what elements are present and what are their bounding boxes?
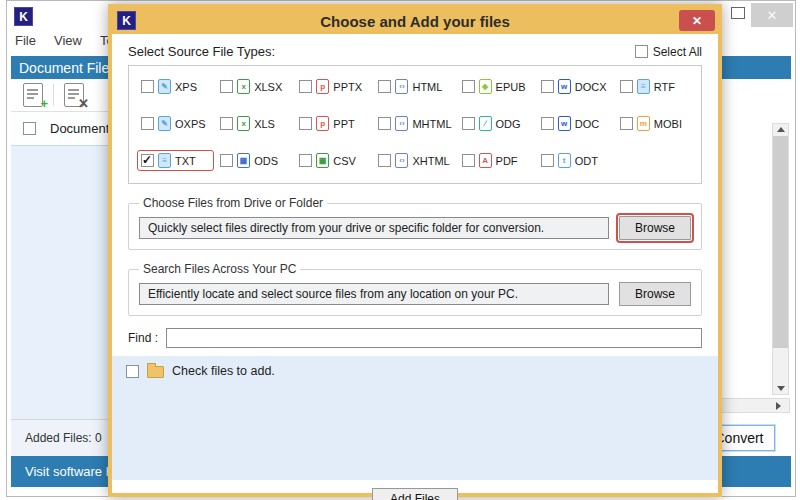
file-type-xhtml[interactable]: ‹› XHTML xyxy=(374,150,455,171)
select-all-documents-checkbox[interactable] xyxy=(23,122,36,135)
file-type-mhtml[interactable]: ‹› MHTML xyxy=(374,113,455,134)
select-source-label: Select Source File Types: xyxy=(128,44,275,59)
scroll-down-icon[interactable] xyxy=(777,386,785,391)
find-label: Find : xyxy=(128,331,158,345)
file-type-checkbox[interactable] xyxy=(620,117,633,130)
file-type-icon: ✎ xyxy=(158,116,171,131)
file-type-icon: w xyxy=(558,116,571,131)
file-type-pptx[interactable]: p PPTX xyxy=(295,76,372,97)
file-type-csv[interactable]: ▦ CSV xyxy=(295,150,372,171)
browse-search-button[interactable]: Browse xyxy=(619,282,691,306)
file-type-ppt[interactable]: p PPT xyxy=(295,113,372,134)
add-files-button[interactable]: Add Files xyxy=(372,488,458,500)
file-type-icon: ∕ xyxy=(479,116,492,131)
file-type-checkbox[interactable] xyxy=(462,154,475,167)
menu-view[interactable]: View xyxy=(52,31,84,50)
file-type-icon: ▦ xyxy=(316,153,329,168)
file-type-checkbox[interactable] xyxy=(378,80,391,93)
file-type-ods[interactable]: ▦ ODS xyxy=(216,150,293,171)
file-type-checkbox[interactable] xyxy=(220,154,233,167)
file-type-icon: A xyxy=(479,153,492,168)
file-type-icon: x xyxy=(237,116,250,131)
select-all-checkbox[interactable] xyxy=(635,45,648,58)
file-type-icon: ‹› xyxy=(395,153,408,168)
file-type-checkbox[interactable] xyxy=(462,117,475,130)
file-type-checkbox[interactable] xyxy=(220,117,233,130)
drive-folder-group: Choose Files from Drive or Folder Quickl… xyxy=(128,196,702,250)
restore-window-icon[interactable] xyxy=(731,7,745,19)
drive-folder-description: Quickly select files directly from your … xyxy=(139,217,609,239)
check-files-label: Check files to add. xyxy=(172,364,275,378)
file-type-checkbox[interactable] xyxy=(378,117,391,130)
file-type-icon: ≡ xyxy=(637,79,650,94)
file-type-checkbox[interactable] xyxy=(141,154,154,167)
file-type-icon: ✎ xyxy=(158,79,171,94)
file-type-docx[interactable]: w DOCX xyxy=(537,76,614,97)
file-type-icon: p xyxy=(316,79,329,94)
file-type-checkbox[interactable] xyxy=(299,117,312,130)
vertical-scrollbar[interactable] xyxy=(772,123,789,395)
menu-file[interactable]: File xyxy=(13,31,38,50)
file-type-odg[interactable]: ∕ ODG xyxy=(458,113,535,134)
scroll-up-icon[interactable] xyxy=(777,127,785,132)
file-type-checkbox[interactable] xyxy=(141,117,154,130)
folder-icon xyxy=(147,366,164,378)
file-type-xps[interactable]: ✎ XPS xyxy=(137,76,214,97)
file-type-html[interactable]: ‹› HTML xyxy=(374,76,455,97)
scrollbar-thumb[interactable] xyxy=(773,136,788,348)
choose-files-dialog: K Choose and Add your files ✕ Select Sou… xyxy=(108,4,722,497)
add-file-icon[interactable]: + xyxy=(23,83,43,107)
files-to-add-area: Check files to add. xyxy=(112,356,718,480)
browse-drive-button[interactable]: Browse xyxy=(619,216,691,240)
file-type-checkbox[interactable] xyxy=(541,154,554,167)
drive-folder-legend: Choose Files from Drive or Folder xyxy=(139,196,327,210)
select-all-option[interactable]: Select All xyxy=(635,45,702,59)
file-type-xlsx[interactable]: x XLSX xyxy=(216,76,293,97)
find-input[interactable] xyxy=(166,328,702,348)
dialog-logo: K xyxy=(117,11,136,30)
file-type-txt[interactable]: ≡ TXT xyxy=(137,150,214,171)
search-pc-description: Efficiently locate and select source fil… xyxy=(139,283,609,305)
close-icon: ✕ xyxy=(692,14,702,28)
file-type-checkbox[interactable] xyxy=(141,80,154,93)
file-type-icon: ‹› xyxy=(395,116,408,131)
search-pc-legend: Search Files Across Your PC xyxy=(139,262,300,276)
file-type-checkbox[interactable] xyxy=(541,117,554,130)
close-icon: ✕ xyxy=(767,8,778,23)
file-type-icon: ▦ xyxy=(237,153,250,168)
file-type-doc[interactable]: w DOC xyxy=(537,113,614,134)
file-type-icon: p xyxy=(316,116,329,131)
file-type-rtf[interactable]: ≡ RTF xyxy=(616,76,693,97)
check-files-option[interactable]: Check files to add. xyxy=(126,364,704,378)
file-type-checkbox[interactable] xyxy=(378,154,391,167)
file-type-icon: ‹› xyxy=(395,79,408,94)
horizontal-scrollbar[interactable] xyxy=(717,398,790,413)
check-files-checkbox[interactable] xyxy=(126,365,139,378)
file-type-icon: m xyxy=(637,116,650,131)
file-type-checkbox[interactable] xyxy=(299,80,312,93)
select-all-label: Select All xyxy=(653,45,702,59)
file-type-checkbox[interactable] xyxy=(462,80,475,93)
remove-file-icon[interactable]: ✕ xyxy=(64,83,84,107)
file-type-icon: ◈ xyxy=(479,79,492,94)
file-type-oxps[interactable]: ✎ OXPS xyxy=(137,113,214,134)
app-logo: K xyxy=(14,7,33,26)
file-type-checkbox[interactable] xyxy=(541,80,554,93)
file-type-icon: t xyxy=(558,153,571,168)
file-type-checkbox[interactable] xyxy=(620,80,633,93)
dialog-close-button[interactable]: ✕ xyxy=(679,10,715,31)
file-type-icon: ≡ xyxy=(158,153,171,168)
scroll-right-icon[interactable] xyxy=(776,402,781,410)
dialog-title: Choose and Add your files xyxy=(112,13,718,30)
file-type-xls[interactable]: x XLS xyxy=(216,113,293,134)
file-type-checkbox[interactable] xyxy=(220,80,233,93)
file-type-odt[interactable]: t ODT xyxy=(537,150,614,171)
file-type-mobi[interactable]: m MOBI xyxy=(616,113,693,134)
file-type-epub[interactable]: ◈ EPUB xyxy=(458,76,535,97)
file-type-icon: x xyxy=(237,79,250,94)
file-type-checkbox[interactable] xyxy=(299,154,312,167)
file-type-icon: w xyxy=(558,79,571,94)
close-window-button[interactable]: ✕ xyxy=(751,3,793,27)
dialog-titlebar: K Choose and Add your files ✕ xyxy=(112,8,718,34)
file-type-pdf[interactable]: A PDF xyxy=(458,150,535,171)
